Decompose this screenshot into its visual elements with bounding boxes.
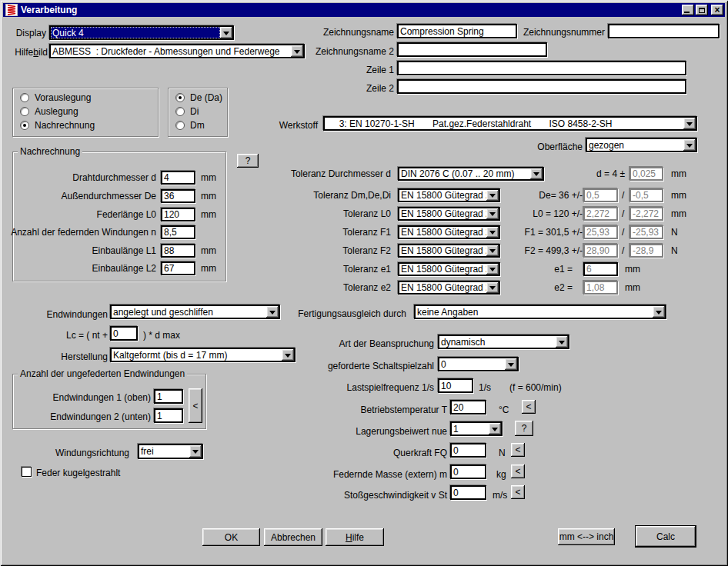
calc-button[interactable]: Calc: [636, 526, 696, 547]
chevron-down-icon[interactable]: [530, 168, 543, 179]
lastspielfrequenz-input[interactable]: [438, 378, 473, 393]
toleranz-l0-unit: mm: [671, 208, 686, 219]
toleranz-dm-combobox[interactable]: EN 15800 Gütegrad 2: [398, 188, 500, 202]
betriebstemperatur-unit: °C: [499, 405, 509, 415]
chevron-down-icon[interactable]: [556, 336, 568, 348]
chevron-down-icon[interactable]: [486, 208, 499, 219]
toleranz-dm-label: Toleranz Dm,De,Di: [313, 190, 391, 201]
lagerungsbeiwert-combobox[interactable]: 1: [450, 421, 503, 436]
fertigungsausgleich-combobox[interactable]: keine Angaben: [414, 305, 666, 319]
chevron-down-icon[interactable]: [486, 190, 499, 201]
toleranz-e2-combobox[interactable]: EN 15800 Gütegrad 2: [398, 281, 500, 295]
schaltspielzahl-combobox[interactable]: 0: [438, 357, 519, 371]
toleranz-f2-combobox[interactable]: EN 15800 Gütegrad 2: [398, 244, 500, 258]
toleranz-e1-result: e1 =: [554, 264, 573, 275]
einbaulaenge2-input[interactable]: [161, 261, 195, 275]
chevron-down-icon[interactable]: [486, 282, 499, 293]
toleranz-l0-result: L0 = 120 +/-: [533, 208, 583, 219]
spring-icon: [5, 4, 18, 16]
endwindungen-group-title: Anzahl der ungefederten Endwindungen: [18, 368, 187, 379]
beanspruchung-combobox[interactable]: dynamisch: [438, 335, 569, 349]
maximize-button[interactable]: [696, 5, 708, 15]
kugelgestrahlt-label: Feder kugelgestrahlt: [36, 468, 120, 478]
chevron-down-icon[interactable]: [486, 245, 499, 256]
windungen-input[interactable]: [161, 225, 195, 239]
chevron-down-icon[interactable]: [291, 45, 303, 57]
zeile1-input[interactable]: [397, 61, 686, 75]
display-label: Display: [16, 28, 46, 38]
chevron-down-icon[interactable]: [266, 306, 279, 318]
stoss-input[interactable]: [450, 485, 486, 500]
chevron-down-icon[interactable]: [220, 27, 232, 38]
chevron-down-icon[interactable]: [505, 358, 517, 370]
chevron-down-icon[interactable]: [683, 139, 696, 151]
ok-button[interactable]: OK: [202, 528, 260, 546]
aussendurchmesser-input[interactable]: [161, 189, 195, 203]
schaltspielzahl-label: geforderte Schaltspielzahl: [328, 361, 434, 371]
einbaulaenge1-input[interactable]: [161, 244, 195, 258]
close-button[interactable]: ×: [711, 5, 723, 15]
werkstoff-combobox[interactable]: 3: EN 10270-1-SH Pat.gez.Federstahldraht…: [323, 116, 697, 131]
toleranz-f2-unit: N: [671, 245, 678, 256]
help-button[interactable]: Hilfe: [326, 528, 384, 546]
radio-de-da[interactable]: De (Da): [175, 92, 222, 103]
herstellung-combobox[interactable]: Kaltgeformt (bis d = 17 mm): [110, 348, 296, 362]
lastspielfrequenz-unit: 1/s: [479, 382, 491, 393]
lagerungsbeiwert-label: Lagerungsbeiwert nue: [356, 426, 447, 437]
toleranz-e1-combobox[interactable]: EN 15800 Gütegrad 2: [398, 262, 500, 276]
oberflaeche-combobox[interactable]: gezogen: [586, 138, 697, 152]
endwindungen1-input[interactable]: [154, 389, 183, 404]
radio-di[interactable]: Di: [175, 106, 199, 117]
windungsrichtung-combobox[interactable]: frei: [138, 444, 203, 459]
zeichnungsname2-input[interactable]: [397, 42, 547, 57]
querkraft-reset-button[interactable]: <: [511, 443, 525, 457]
display-combobox[interactable]: Quick 4: [49, 25, 234, 40]
endwindungen-copy-button[interactable]: <: [189, 388, 202, 423]
chevron-down-icon[interactable]: [683, 118, 696, 129]
endwindungen2-input[interactable]: [154, 408, 183, 423]
radio-nachrechnung[interactable]: Nachrechnung: [20, 120, 95, 131]
minimize-button[interactable]: [682, 5, 694, 15]
toleranz-l0-combobox[interactable]: EN 15800 Gütegrad 2: [398, 207, 500, 221]
lc-suffix-label: ) * d max: [143, 330, 180, 341]
querkraft-input[interactable]: [450, 443, 486, 458]
chevron-down-icon[interactable]: [282, 349, 294, 361]
zeichnungsname-input[interactable]: [397, 24, 517, 38]
masse-input[interactable]: [450, 464, 486, 479]
federlaenge-input[interactable]: [161, 208, 195, 221]
stoss-reset-button[interactable]: <: [511, 485, 525, 499]
federlaenge-unit: mm: [201, 209, 216, 220]
radio-dm[interactable]: Dm: [175, 120, 205, 131]
cancel-button[interactable]: Abbrechen: [264, 528, 322, 546]
chevron-down-icon[interactable]: [189, 445, 202, 458]
kugelgestrahlt-checkbox[interactable]: [22, 467, 32, 477]
radio-vorauslegung[interactable]: Vorauslegung: [20, 92, 91, 103]
masse-unit: kg: [496, 469, 506, 480]
toleranz-f1-combobox[interactable]: EN 15800 Gütegrad 2: [398, 225, 500, 239]
toleranz-l0-label: Toleranz L0: [343, 208, 391, 219]
lagerungsbeiwert-help-button[interactable]: ?: [515, 421, 533, 436]
chevron-down-icon[interactable]: [489, 423, 501, 434]
hilfebild-combobox[interactable]: ABMESS : Druckfeder - Abmessungen und Fe…: [49, 44, 305, 58]
drahtdurchmesser-input[interactable]: [161, 171, 195, 185]
betriebstemperatur-reset-button[interactable]: <: [522, 400, 536, 414]
toleranz-dm-separator: /: [622, 190, 624, 201]
toleranz-durchmesser-combobox[interactable]: DIN 2076 C (0.07 .. 20 mm): [398, 167, 544, 181]
toleranz-e1-label: Toleranz e1: [343, 264, 391, 275]
zeichnungsnummer-input[interactable]: [608, 24, 720, 38]
chevron-down-icon[interactable]: [653, 306, 665, 318]
chevron-down-icon[interactable]: [486, 264, 499, 275]
einbaulaenge1-label: Einbaulänge L1: [92, 245, 156, 256]
mm-inch-button[interactable]: mm <--> inch: [558, 528, 615, 545]
chevron-down-icon[interactable]: [486, 227, 499, 238]
lc-input[interactable]: [110, 326, 138, 341]
masse-reset-button[interactable]: <: [511, 464, 525, 478]
toleranz-dm-unit: mm: [671, 190, 686, 201]
endwindungen-combobox[interactable]: angelegt und geschliffen: [110, 305, 280, 319]
nachrechnung-help-button[interactable]: ?: [237, 154, 259, 168]
radio-auslegung[interactable]: Auslegung: [20, 106, 78, 117]
zeile2-input[interactable]: [397, 79, 686, 94]
toleranz-l0-separator: /: [622, 208, 624, 219]
oberflaeche-label: Oberfläche: [537, 142, 583, 152]
betriebstemperatur-input[interactable]: [450, 400, 486, 415]
